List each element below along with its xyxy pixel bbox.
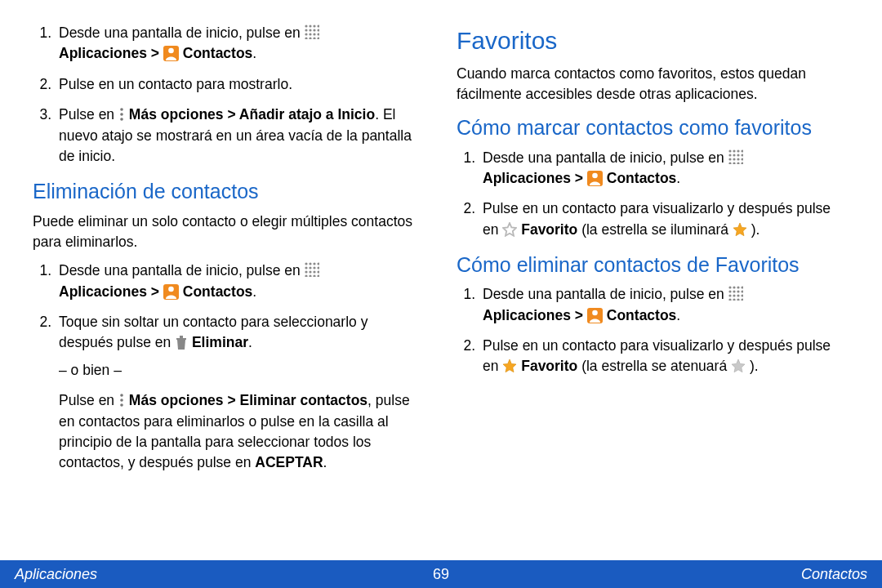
list-item: Desde una pantalla de inicio, pulse en A…	[479, 284, 849, 326]
contacts-icon	[587, 171, 603, 186]
svg-point-9	[309, 33, 311, 35]
svg-point-16	[168, 48, 174, 54]
svg-point-14	[313, 37, 315, 39]
svg-point-28	[305, 271, 307, 274]
svg-point-67	[737, 291, 739, 293]
footer-bar: Aplicaciones 69 Contactos	[0, 560, 882, 588]
text-bold: Contactos	[607, 170, 677, 186]
svg-point-71	[737, 295, 739, 297]
svg-point-74	[733, 299, 735, 301]
text-bold: Aplicaciones >	[59, 283, 163, 300]
svg-point-1	[309, 24, 311, 27]
footer-page-number: 69	[433, 566, 449, 583]
text: .	[323, 454, 327, 470]
svg-point-57	[741, 162, 743, 164]
list-item: Pulse en un contacto para visualizarlo y…	[479, 336, 849, 377]
svg-point-39	[120, 394, 123, 397]
more-options-icon	[118, 393, 125, 408]
text: Desde una pantalla de inicio, pulse en	[59, 262, 305, 278]
svg-point-26	[313, 267, 315, 270]
svg-point-62	[733, 287, 735, 289]
apps-grid-icon	[305, 262, 319, 277]
svg-point-64	[741, 287, 743, 289]
text-bold: Favorito	[521, 221, 577, 238]
svg-point-76	[741, 299, 743, 301]
svg-point-51	[733, 158, 735, 160]
svg-rect-37	[176, 338, 186, 340]
svg-point-24	[305, 267, 307, 270]
svg-point-48	[737, 154, 739, 156]
svg-point-29	[309, 271, 311, 274]
svg-point-15	[317, 37, 319, 39]
svg-point-41	[120, 403, 123, 407]
list-item: Desde una pantalla de inicio, pulse en A…	[479, 148, 849, 189]
svg-point-61	[728, 287, 731, 289]
left-column: Desde una pantalla de inicio, pulse en A…	[33, 23, 425, 552]
svg-point-6	[313, 29, 315, 31]
svg-point-23	[317, 263, 319, 265]
contacts-icon	[163, 284, 179, 300]
svg-point-50	[728, 158, 731, 160]
section-heading: Cómo marcar contactos como favoritos	[457, 113, 849, 142]
svg-point-72	[741, 295, 743, 297]
svg-point-34	[313, 275, 315, 278]
text: .	[252, 283, 256, 300]
svg-point-0	[305, 24, 307, 27]
text: ).	[750, 358, 759, 374]
svg-point-31	[317, 271, 319, 274]
trash-icon	[175, 335, 188, 350]
svg-point-36	[168, 286, 174, 292]
svg-point-68	[741, 291, 743, 293]
svg-point-42	[728, 149, 731, 152]
list-item: Desde una pantalla de inicio, pulse en A…	[56, 23, 425, 65]
text-bold: Aplicaciones >	[483, 307, 587, 323]
svg-point-3	[317, 24, 319, 27]
text-bold: Más opciones > Añadir atajo a Inicio	[129, 106, 375, 122]
contacts-icon	[587, 308, 603, 323]
page-heading: Favoritos	[457, 23, 849, 59]
svg-point-75	[737, 299, 739, 301]
delete-steps-list: Desde una pantalla de inicio, pulse en A…	[33, 261, 425, 473]
text: .	[248, 334, 252, 350]
svg-point-35	[317, 275, 319, 278]
text: .	[252, 45, 256, 61]
svg-point-55	[733, 162, 735, 164]
text-bold: Más opciones > Eliminar contactos	[129, 392, 368, 408]
text: (la estrella se atenuará	[581, 358, 731, 374]
star-outline-icon	[502, 222, 517, 237]
text: Pulse en un contacto para mostrarlo.	[59, 76, 292, 92]
svg-point-66	[733, 291, 735, 293]
svg-point-17	[120, 108, 123, 111]
svg-point-44	[737, 149, 739, 152]
svg-point-30	[313, 271, 315, 274]
svg-point-45	[741, 149, 743, 152]
text-bold: Aplicaciones >	[59, 45, 163, 61]
svg-point-54	[728, 162, 731, 164]
contacts-icon	[163, 46, 179, 61]
svg-point-7	[317, 29, 319, 31]
svg-point-53	[741, 158, 743, 160]
svg-point-8	[305, 33, 307, 35]
svg-point-73	[728, 299, 731, 301]
text-bold: Favorito	[521, 358, 577, 374]
svg-point-46	[728, 154, 731, 156]
svg-point-77	[592, 310, 598, 315]
svg-point-18	[120, 113, 123, 116]
page: Desde una pantalla de inicio, pulse en A…	[0, 0, 882, 588]
svg-point-11	[317, 33, 319, 35]
apps-grid-icon	[728, 286, 743, 301]
svg-point-49	[741, 154, 743, 156]
list-item: Desde una pantalla de inicio, pulse en A…	[56, 261, 425, 302]
svg-rect-38	[180, 336, 183, 338]
star-dim-icon	[731, 359, 746, 373]
svg-point-70	[733, 295, 735, 297]
text: Desde una pantalla de inicio, pulse en	[483, 286, 728, 302]
text: (la estrella se iluminará	[581, 221, 733, 238]
svg-point-56	[737, 162, 739, 164]
apps-grid-icon	[305, 24, 319, 39]
footer-left: Aplicaciones	[15, 566, 97, 583]
svg-marker-79	[732, 359, 745, 372]
svg-point-47	[733, 154, 735, 156]
svg-point-13	[309, 37, 311, 39]
section-heading: Cómo eliminar contactos de Favoritos	[457, 250, 849, 279]
